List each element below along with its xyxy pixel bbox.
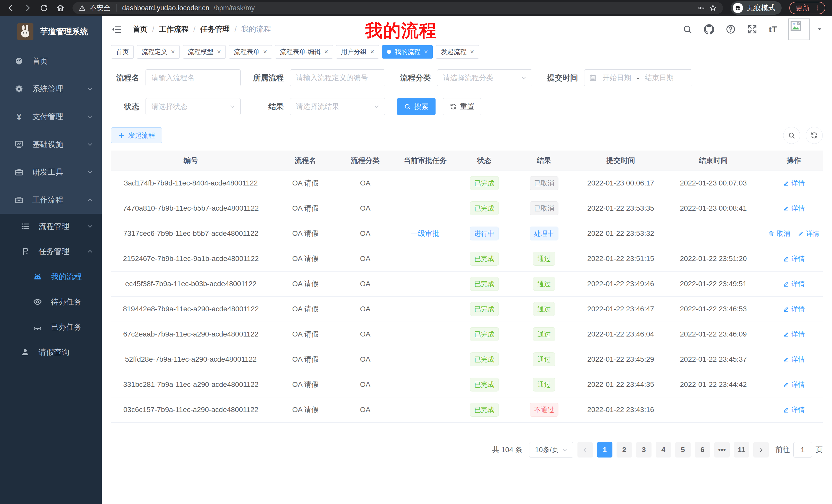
next-page-button[interactable] [753,442,769,457]
page-button-4[interactable]: 4 [656,442,671,457]
address-bar[interactable]: 不安全 dashboard.yudao.iocoder.cn/bpm/task/… [73,2,723,14]
prev-page-button[interactable] [577,442,593,457]
app-logo[interactable]: 芋道管理系统 [0,16,102,47]
breadcrumb-item[interactable]: 首页 [133,24,148,34]
page-button-11[interactable]: 11 [734,442,749,457]
close-icon[interactable]: × [171,48,175,56]
sidebar-fold-icon[interactable] [111,24,122,35]
breadcrumb-item[interactable]: 任务管理 [200,24,230,34]
action-详情[interactable]: 详情 [783,355,805,364]
sidebar-item-我的流程[interactable]: 我的流程 [0,264,102,289]
tab-用户分组[interactable]: 用户分组× [336,45,379,59]
close-icon[interactable]: × [424,48,428,56]
sidebar-item-任务管理[interactable]: 任务管理 [0,239,102,264]
page-size-input[interactable] [529,442,573,457]
search-icon[interactable] [682,24,693,34]
close-icon[interactable]: × [370,48,374,56]
create-process-button[interactable]: 发起流程 [111,128,162,143]
close-icon[interactable]: × [470,48,474,56]
process-definition-input[interactable] [290,69,385,86]
more-pages-button[interactable]: ••• [714,442,730,457]
category-select-input[interactable] [437,69,532,86]
avatar[interactable] [788,19,810,40]
tab-流程表单[interactable]: 流程表单× [229,45,272,59]
action-取消[interactable]: 取消 [768,229,790,238]
update-button[interactable]: 更新 [789,2,825,14]
close-icon[interactable]: × [324,48,328,56]
tab-流程表单-编辑[interactable]: 流程表单-编辑× [275,45,333,59]
page-button-2[interactable]: 2 [617,442,632,457]
sidebar-item-系统管理[interactable]: 系统管理 [0,75,102,103]
action-详情[interactable]: 详情 [783,380,805,389]
action-详情[interactable]: 详情 [783,279,805,288]
bookmark-star-icon[interactable] [709,4,717,12]
close-icon[interactable]: × [217,48,221,56]
action-详情[interactable]: 详情 [783,405,805,414]
sidebar-item-待办任务[interactable]: 待办任务 [0,289,102,314]
tab-发起流程[interactable]: 发起流程× [436,45,479,59]
refresh-table-button[interactable] [806,127,823,144]
status-select[interactable] [146,98,241,115]
action-详情[interactable]: 详情 [783,179,805,188]
jump-page-input[interactable] [794,442,812,457]
help-icon[interactable] [726,24,736,34]
font-size-icon[interactable]: tT [769,24,777,34]
cell-status: 已完成 [460,246,509,271]
sidebar-item-流程管理[interactable]: 流程管理 [0,214,102,239]
sidebar-item-研发工具[interactable]: 研发工具 [0,158,102,186]
tab-我的流程[interactable]: 我的流程× [382,45,433,59]
show-search-button[interactable] [783,127,800,144]
sidebar-item-支付管理[interactable]: ¥支付管理 [0,103,102,131]
action-详情[interactable]: 详情 [783,330,805,339]
action-详情[interactable]: 详情 [783,305,805,314]
page-size-select[interactable] [529,442,573,457]
reset-button[interactable]: 重置 [443,98,481,115]
action-详情[interactable]: 详情 [783,254,805,263]
process-table: 编号流程名流程分类当前审批任务状态结果提交时间结束时间操作 3ad174fb-7… [111,150,823,423]
browser-menu-icon[interactable] [814,5,821,11]
submit-time-range[interactable]: - [584,69,692,86]
plus-icon [118,132,125,139]
result-select-input[interactable] [290,98,385,115]
chevron-down-icon [86,223,94,230]
process-name-input[interactable] [146,69,241,86]
page-button-3[interactable]: 3 [636,442,651,457]
tab-首页[interactable]: 首页 [111,45,134,59]
home-icon[interactable] [56,4,65,12]
sidebar-item-工作流程[interactable]: 工作流程 [0,186,102,214]
security-label[interactable]: 不安全 [90,3,110,12]
search-button[interactable]: 搜索 [397,98,436,115]
sidebar-item-已办任务[interactable]: 已办任务 [0,314,102,340]
sidebar-item-label: 任务管理 [38,246,70,257]
result-select[interactable] [290,98,385,115]
tab-流程模型[interactable]: 流程模型× [183,45,226,59]
yen-icon: ¥ [15,112,24,121]
key-icon[interactable] [697,4,705,12]
sidebar-item-首页[interactable]: 首页 [0,47,102,75]
sidebar-item-基础设施[interactable]: 基础设施 [0,131,102,158]
browser-toolbar: 不安全 dashboard.yudao.iocoder.cn/bpm/task/… [0,0,832,16]
cell-end-time: 2022-01-23 00:08:41 [662,196,765,221]
page-button-6[interactable]: 6 [695,442,710,457]
tab-流程定义[interactable]: 流程定义× [137,45,180,59]
breadcrumb-item[interactable]: 工作流程 [159,24,189,34]
forward-icon[interactable] [23,4,32,12]
fullscreen-icon[interactable] [747,24,757,34]
list-icon [21,222,30,231]
back-icon[interactable] [7,4,16,12]
page-button-5[interactable]: 5 [675,442,691,457]
task-link[interactable]: 一级审批 [411,229,439,237]
end-date-input[interactable] [641,74,677,82]
page-button-1[interactable]: 1 [597,442,613,457]
reload-icon[interactable] [40,4,48,12]
action-详情[interactable]: 详情 [797,229,820,238]
chevron-down-icon[interactable] [816,26,823,32]
sidebar-item-请假查询[interactable]: 请假查询 [0,340,102,365]
start-date-input[interactable] [599,74,635,82]
action-详情[interactable]: 详情 [783,204,805,213]
github-icon[interactable] [704,24,714,34]
category-select[interactable] [437,69,532,86]
status-select-input[interactable] [146,98,241,115]
cell-submit-time: 2022-01-22 23:45:29 [579,347,662,372]
close-icon[interactable]: × [263,48,267,56]
